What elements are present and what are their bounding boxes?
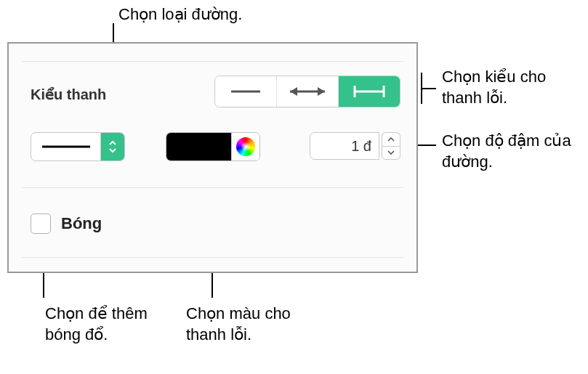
color-swatch[interactable] xyxy=(166,133,231,160)
line-type-preview-icon xyxy=(31,133,100,160)
shadow-checkbox[interactable] xyxy=(31,214,51,234)
bar-color-well[interactable] xyxy=(166,132,260,161)
inspector-panel: Kiểu thanh xyxy=(7,42,418,273)
svg-marker-8 xyxy=(290,87,297,96)
bar-style-arrows-icon[interactable] xyxy=(277,76,339,107)
section-title: Kiểu thanh xyxy=(31,86,106,103)
color-wheel-icon[interactable] xyxy=(231,133,259,160)
callout-stroke-width: Chọn độ đậm của đường. xyxy=(442,131,588,172)
double-chevron-icon[interactable] xyxy=(100,133,124,160)
separator xyxy=(22,257,403,258)
chevron-up-icon[interactable] xyxy=(382,132,400,146)
separator xyxy=(22,187,403,188)
chevron-down-icon[interactable] xyxy=(382,146,400,160)
shadow-row: Bóng xyxy=(31,214,102,234)
bar-style-line-icon[interactable] xyxy=(215,76,277,107)
bar-style-caps-icon[interactable] xyxy=(339,76,400,107)
callout-line-type: Chọn loại đường. xyxy=(118,4,242,25)
bar-style-segmented[interactable] xyxy=(214,76,400,107)
line-type-dropdown[interactable] xyxy=(31,132,125,161)
separator xyxy=(22,61,403,62)
svg-marker-9 xyxy=(318,87,325,96)
shadow-label: Bóng xyxy=(61,214,102,233)
callout-bar-style: Chọn kiểu cho thanh lỗi. xyxy=(442,67,588,108)
callout-bar-color: Chọn màu cho thanh lỗi. xyxy=(186,304,291,345)
stroke-width-stepper xyxy=(382,132,400,160)
callout-add-shadow: Chọn để thêm bóng đổ. xyxy=(45,304,148,345)
stroke-width-control: 1 đ xyxy=(310,132,400,160)
stroke-width-field[interactable]: 1 đ xyxy=(310,132,379,160)
